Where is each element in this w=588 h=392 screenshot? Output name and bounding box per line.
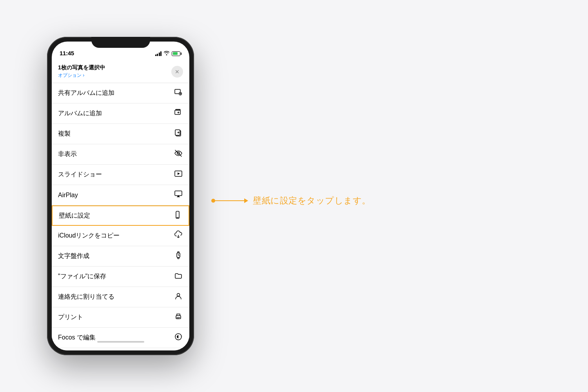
svg-rect-16	[178, 252, 179, 253]
battery-icon	[172, 51, 181, 56]
slideshow-icon	[174, 169, 183, 180]
menu-item-icloud-copy[interactable]: iCloudリンクをコピー	[52, 226, 189, 246]
sheet-title: 1枚の写真を選択中	[58, 64, 105, 71]
menu-item-watch-face[interactable]: 文字盤作成	[52, 246, 189, 267]
folder-icon	[174, 271, 183, 282]
focos-icon	[174, 332, 183, 343]
arrow-line	[214, 200, 245, 201]
svg-point-18	[177, 294, 180, 296]
menu-item-print[interactable]: プリント	[52, 307, 189, 328]
iphone-screen: 11:45	[52, 42, 189, 350]
svg-rect-19	[176, 316, 181, 319]
menu-item-label: "ファイル"に保存	[58, 272, 106, 281]
sheet-options[interactable]: オプション ›	[58, 72, 84, 79]
menu-item-label: Focos で編集	[58, 334, 96, 342]
menu-item-label: 非表示	[58, 150, 77, 158]
menu-item-focos[interactable]: Focos で編集	[52, 328, 189, 348]
signal-icon	[155, 51, 162, 56]
status-icons	[155, 51, 182, 56]
wallpaper-icon	[173, 211, 182, 221]
add-album-icon	[174, 108, 183, 119]
watch-icon	[174, 251, 183, 261]
sheet-header: 1枚の写真を選択中 オプション › ✕	[52, 59, 189, 83]
menu-item-add-album[interactable]: アルバムに追加	[52, 103, 189, 124]
scene: 11:45	[0, 0, 588, 392]
icloud-icon	[174, 230, 183, 241]
menu-item-wallpaper[interactable]: 壁紙に設定	[52, 205, 189, 226]
annotation-arrow	[214, 200, 245, 201]
menu-item-shared-album[interactable]: 共有アルバムに追加	[52, 83, 189, 103]
airplay-icon	[174, 190, 183, 200]
wifi-icon	[163, 51, 170, 56]
menu-item-assign-contact[interactable]: 連絡先に割り当てる	[52, 287, 189, 307]
menu-item-label: スライドショー	[58, 171, 102, 179]
iphone-frame: 11:45	[47, 37, 194, 355]
menu-item-hide[interactable]: 非表示	[52, 144, 189, 165]
iphone-notch	[91, 37, 150, 48]
menu-item-label: 文字盤作成	[58, 252, 89, 260]
menu-item-slideshow[interactable]: スライドショー	[52, 165, 189, 185]
menu-item-label: 連絡先に割り当てる	[58, 293, 114, 301]
menu-item-label: 複製	[58, 130, 71, 138]
menu-item-label: AirPlay	[58, 192, 78, 199]
sheet-content: 1枚の写真を選択中 オプション › ✕ 共有アルバムに追加	[52, 59, 189, 350]
home-indicator	[97, 341, 144, 343]
annotation-text: 壁紙に設定をタップします。	[253, 195, 371, 207]
menu-list: 共有アルバムに追加 アルバムに追加	[52, 83, 189, 348]
svg-rect-4	[176, 109, 180, 110]
menu-item-label: プリント	[58, 313, 83, 321]
menu-item-airplay[interactable]: AirPlay	[52, 185, 189, 205]
menu-item-label: 壁紙に設定	[59, 212, 90, 220]
sheet-close-button[interactable]: ✕	[171, 66, 183, 78]
svg-marker-10	[178, 172, 180, 175]
svg-rect-11	[175, 191, 182, 196]
hide-icon	[174, 149, 183, 160]
menu-item-label: 共有アルバムに追加	[58, 89, 114, 97]
menu-item-label: アルバムに追加	[58, 109, 102, 118]
status-time: 11:45	[60, 50, 74, 56]
annotation: 壁紙に設定をタップします。	[214, 195, 371, 207]
menu-item-label: iCloudリンクをコピー	[58, 232, 120, 240]
contact-icon	[174, 292, 183, 302]
menu-item-save-files[interactable]: "ファイル"に保存	[52, 267, 189, 287]
svg-rect-17	[178, 258, 179, 259]
print-icon	[174, 312, 183, 323]
shared-album-icon	[174, 88, 183, 98]
menu-item-duplicate[interactable]: 複製	[52, 124, 189, 144]
close-icon: ✕	[175, 69, 180, 74]
duplicate-icon	[174, 129, 183, 139]
sheet-header-left: 1枚の写真を選択中 オプション ›	[58, 64, 105, 79]
